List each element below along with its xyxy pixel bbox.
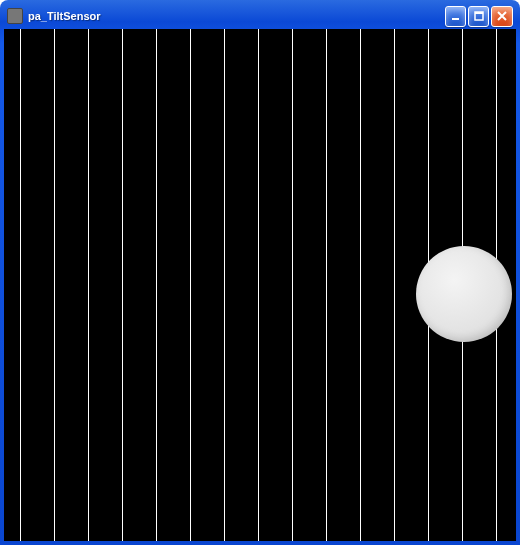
grid-line bbox=[292, 29, 293, 541]
app-window: pa_TiltSensor bbox=[0, 0, 520, 545]
grid-line bbox=[224, 29, 225, 541]
svg-rect-0 bbox=[452, 18, 459, 20]
window-controls bbox=[445, 6, 513, 27]
svg-rect-2 bbox=[475, 12, 483, 14]
grid-line bbox=[190, 29, 191, 541]
maximize-icon bbox=[474, 11, 484, 21]
grid-line bbox=[88, 29, 89, 541]
minimize-icon bbox=[451, 11, 461, 21]
minimize-button[interactable] bbox=[445, 6, 466, 27]
tilt-ball bbox=[416, 246, 512, 342]
grid-line bbox=[360, 29, 361, 541]
grid-line bbox=[258, 29, 259, 541]
grid-line bbox=[394, 29, 395, 541]
maximize-button[interactable] bbox=[468, 6, 489, 27]
grid-line bbox=[54, 29, 55, 541]
close-button[interactable] bbox=[491, 6, 513, 27]
app-icon bbox=[7, 8, 23, 24]
grid-line bbox=[326, 29, 327, 541]
grid-line bbox=[156, 29, 157, 541]
grid-line bbox=[122, 29, 123, 541]
grid-line bbox=[20, 29, 21, 541]
close-icon bbox=[497, 11, 507, 21]
window-title: pa_TiltSensor bbox=[28, 10, 445, 22]
canvas-area[interactable] bbox=[4, 29, 516, 541]
titlebar[interactable]: pa_TiltSensor bbox=[3, 3, 517, 29]
